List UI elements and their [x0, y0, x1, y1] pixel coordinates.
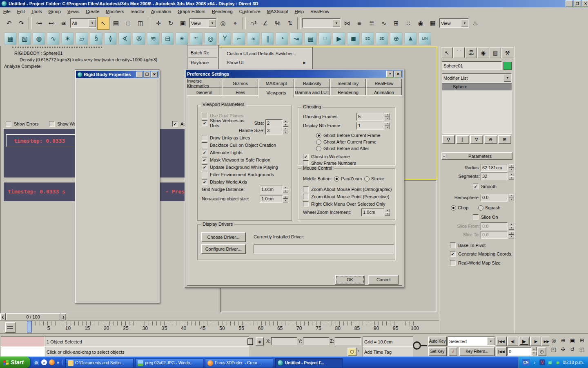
select-and-rotate-icon[interactable]: ↻ [165, 17, 176, 29]
select-and-scale-icon[interactable]: ▣ [177, 17, 189, 29]
window-crossing-icon[interactable]: ◫ [135, 17, 146, 29]
auto-key-button[interactable]: Auto Key [428, 337, 447, 346]
menu-create[interactable]: Create [82, 8, 102, 15]
wind-icon[interactable]: ≋ [147, 32, 160, 45]
menu-views[interactable]: Views [64, 8, 82, 15]
car-wheel-constraint-icon[interactable]: ◔ [276, 32, 288, 45]
point-point-constraint-icon[interactable]: ∝ [247, 32, 260, 45]
language-indicator[interactable]: EN [522, 359, 530, 366]
dialog-titlebar[interactable]: Preference Settings ? ✕ [186, 70, 403, 78]
sd-world-icon[interactable]: SD [376, 32, 388, 45]
mirror-icon[interactable]: ⋈ [341, 17, 353, 29]
segments-field[interactable]: 32 [481, 173, 508, 180]
time-configuration-button[interactable]: ◷ [537, 347, 546, 356]
update-background-while-playing-checkbox[interactable]: ✓Update Background While Playing [202, 164, 288, 171]
rollout-collapse-icon[interactable]: - [442, 154, 446, 158]
show-end-result-icon[interactable]: ∥ [456, 135, 469, 144]
hemisphere-field[interactable]: 0.0 [481, 194, 508, 202]
maximize-viewport-button[interactable]: ◱ [577, 345, 586, 354]
dialog-close-button[interactable]: ✕ [394, 71, 402, 77]
object-name-field[interactable]: Sphere01 [442, 61, 502, 70]
add-time-tag[interactable]: Add Time Tag [363, 347, 413, 357]
mask-viewport-to-safe-region-checkbox[interactable]: ✓Mask Viewport to Safe Region [202, 157, 288, 163]
modifier-list-dropdown[interactable]: Modifier List ▼ [442, 73, 512, 83]
show-warnings-box[interactable] [49, 121, 55, 127]
reference-coordinate-dropdown[interactable]: View▼ [189, 18, 216, 28]
antivirus-shield-icon[interactable]: V [539, 359, 545, 365]
play-button[interactable]: ▶ [519, 337, 530, 346]
zoom-extents-all-button[interactable]: ⊞ [577, 336, 586, 345]
frame-spinner[interactable]: ▲▼ [531, 347, 537, 355]
grid-nudge-distance-row[interactable]: Grid Nudge Distance:1.0cm▲▼ [202, 186, 288, 193]
maxscript-mini-listener-pink[interactable] [1, 337, 45, 347]
percent-snap-icon[interactable]: % [272, 17, 283, 29]
rectangular-selection-region-icon[interactable]: □ [122, 17, 134, 29]
redo-icon[interactable]: ↷ [16, 17, 27, 29]
handle-size-row[interactable]: Handle Size:3▲▼ [202, 127, 288, 134]
menu-animation[interactable]: Animation [148, 8, 174, 15]
snap-toggle-3d-icon[interactable]: ∩³ [247, 17, 259, 29]
undo-icon[interactable]: ↶ [3, 17, 15, 29]
motor-icon[interactable]: ✇ [133, 32, 145, 45]
angle-snap-icon[interactable]: ∠ [260, 17, 271, 29]
rbp-maximize-button[interactable]: ❐ [144, 72, 150, 77]
show-errors-checkbox[interactable]: Show Errors [6, 121, 39, 127]
radius-field[interactable]: 62.181cm [481, 164, 508, 172]
menu-modifiers[interactable]: Modifiers [102, 8, 127, 15]
base-to-pivot-checkbox[interactable]: Base To Pivot [450, 242, 486, 249]
menu-customize[interactable]: Customize [236, 8, 264, 15]
menu-graph-editors[interactable]: Graph Editors [174, 8, 209, 15]
draw-links-as-lines-checkbox[interactable]: Draw Links as Lines [202, 135, 288, 141]
y-field[interactable] [303, 337, 329, 345]
segments-spinner[interactable]: ▲▼ [509, 173, 514, 180]
spinner[interactable]: ▲▼ [283, 186, 288, 193]
display-world-axis-checkbox[interactable]: ✓Display World Axis [202, 179, 288, 185]
menu-rendering[interactable]: Rendering [209, 8, 236, 15]
region-zoom-button[interactable]: ◰ [549, 345, 558, 354]
set-key-button[interactable]: Set Key [428, 347, 447, 356]
align-icon[interactable]: ≡ [354, 17, 365, 29]
menu-group[interactable]: Group [45, 8, 64, 15]
spinner[interactable]: ▲▼ [385, 209, 390, 216]
slice-on-checkbox[interactable]: Slice On [473, 214, 498, 220]
open-property-editor-icon[interactable]: ▤ [304, 32, 317, 45]
command-tab-create[interactable]: ↖ [441, 47, 453, 58]
taskbar-task-3dsmax[interactable]: Untitled - Project F... [275, 358, 343, 368]
menu-edit[interactable]: Edit [14, 8, 28, 15]
constraint-solver-icon[interactable]: ◎ [204, 32, 217, 45]
menu-reactor[interactable]: reactor [127, 8, 148, 15]
stack-item-sphere[interactable]: Sphere [442, 83, 512, 90]
filter-environment-backgrounds-checkbox[interactable]: Filter Environment Backgrounds [202, 171, 288, 178]
show-vertices-as-dots-checkbox[interactable]: ✓Show Vertices as DotsSize:2▲▼ [202, 120, 288, 126]
auto-checkbox[interactable]: ✓ Au [172, 121, 186, 127]
track-prev-button[interactable]: ❮ [0, 313, 6, 321]
tab-radiosity[interactable]: Radiosity [294, 79, 330, 88]
taskbar-task-firefox[interactable]: Foros 3DPoder. - Crear ... [205, 358, 273, 368]
keyframe-tool-icon[interactable]: ▲ [404, 32, 417, 45]
dialog-help-button[interactable]: ? [386, 71, 394, 77]
rbp-minimize-button[interactable]: _ [136, 72, 143, 77]
spring-icon[interactable]: § [90, 32, 102, 45]
close-button[interactable]: ✕ [582, 0, 588, 7]
removable-device-icon[interactable]: ▦ [547, 359, 553, 365]
previous-frame-button[interactable]: ◀| [507, 337, 518, 346]
radius-spinner[interactable]: ▲▼ [509, 164, 514, 171]
smooth-box[interactable]: ✓ [473, 184, 479, 189]
plane-icon[interactable]: ▱ [76, 32, 88, 45]
slice-on-box[interactable] [473, 214, 479, 220]
fracture-icon[interactable]: ✴ [176, 32, 188, 45]
menu-item-raytrace[interactable]: Raytrace [187, 59, 218, 66]
selection-set-dropdown[interactable]: Selected ▼ [448, 337, 495, 346]
bind-to-space-warp-icon[interactable]: ≋ [58, 17, 69, 29]
choose-driver-button[interactable]: Choose Driver... [201, 232, 246, 242]
right-click-menu-over-selected-only-checkbox[interactable]: Right Click Menu Over Selected Only [303, 201, 385, 207]
unlink-selection-icon[interactable]: ⊷ [46, 17, 57, 29]
menu-help[interactable]: Help [292, 8, 307, 15]
tiny-dropdown-arrow-icon[interactable]: ▼ [357, 349, 360, 353]
maximize-button[interactable]: ❐ [574, 0, 581, 7]
menu-item-custom-ui-switcher[interactable]: Custom UI and Defaults Switcher... [219, 50, 312, 57]
taskbar-task-image[interactable]: preg 02a02.JPG - Windo... [135, 358, 203, 368]
menu-item-show-ui[interactable]: Show UI ▶ [219, 59, 312, 66]
lin-solver-icon[interactable]: LIN [419, 32, 431, 45]
named-selection-sets-dropdown[interactable]: ▼ [302, 18, 341, 28]
